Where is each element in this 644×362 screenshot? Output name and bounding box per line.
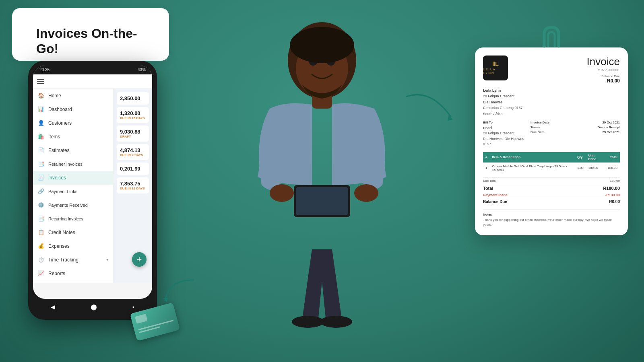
notes-text: Thank you for supporting our small busin… — [483, 218, 620, 227]
sidebar-label-reports: Reports — [48, 271, 65, 276]
sidebar-label-home: Home — [48, 93, 61, 99]
date-row-3: Due Date 29 Oct 2021 — [530, 130, 620, 134]
amount-1: 2,850.00 — [120, 95, 146, 101]
terms-label: Terms — [530, 125, 540, 129]
invoice-from: Leila Lynn 20 Griqua CrescentDie HoewesC… — [483, 88, 620, 117]
total-label: Total — [483, 186, 493, 191]
recurring-icon: 📑 — [38, 216, 44, 222]
row-total: 180.00 — [605, 162, 620, 174]
invoice-bill-section: Bill To Pearl 20 Griqua CrescentDie Hoew… — [483, 121, 620, 147]
bill-to-label: Bill To — [483, 121, 524, 124]
from-name: Leila Lynn — [483, 88, 501, 93]
home-icon: 🏠 — [38, 93, 44, 99]
invoice-header-right: Invoice # INV-000001 Balance Due R0.00 — [587, 56, 620, 84]
sidebar-label-dashboard: Dashboard — [48, 107, 72, 112]
from-address: 20 Griqua CrescentDie HoewesCenturion Ga… — [483, 94, 523, 115]
payment-made-label: Payment Made — [483, 193, 508, 197]
date-row-1: Invoice Date 29 Oct 2021 — [530, 121, 620, 124]
sidebar-item-payment-links[interactable]: 🔗 Payment Links — [33, 185, 113, 198]
balance-value: R0.00 — [609, 200, 620, 204]
terms-value: Due on Receipt — [598, 125, 620, 129]
payments-received-icon: ⚙️ — [38, 202, 44, 208]
sidebar-label-customers: Customers — [48, 120, 72, 126]
sidebar-label-invoices: Invoices — [48, 175, 66, 181]
total-value: R180.00 — [603, 186, 620, 191]
badge-4: DUE IN 2 DAYS — [120, 153, 146, 157]
content-peek: 2,850.00 1,320.00 DUE IN 15 DAYS 9,030.8… — [114, 89, 152, 283]
bill-to-address: 20 Griqua CrescentDie Hoewes, Die Hoewes… — [483, 131, 524, 146]
subtotal-label: Sub Total — [483, 179, 496, 183]
nav-home-icon[interactable]: ⬤ — [91, 304, 97, 310]
credit-notes-icon: 📋 — [38, 229, 44, 236]
invoice-card: ⅡL LEILA LYNN Invoice # INV-000001 Balan… — [475, 47, 628, 235]
nav-back-icon[interactable]: ◀ — [51, 304, 55, 310]
sidebar-item-reports[interactable]: 📈 Reports — [33, 267, 113, 280]
balance-label: Balance Due — [483, 200, 507, 204]
fab-button[interactable]: + — [132, 252, 147, 267]
sidebar-item-items[interactable]: 🛍️ Items — [33, 130, 113, 144]
subtotal-row: Sub Total 180.00 — [483, 177, 620, 184]
col-unit: Unit Price — [586, 152, 605, 162]
row-qty: 1.00 — [575, 162, 586, 174]
sidebar-item-home[interactable]: 🏠 Home — [33, 89, 113, 103]
amount-2: 1,320.00 — [120, 110, 146, 116]
badge-6: DUE IN 11 DAYS — [120, 187, 146, 190]
due-date-label: Due Date — [530, 130, 545, 134]
expenses-icon: 💰 — [38, 243, 44, 249]
invoice-dates: Invoice Date 29 Oct 2021 Terms Due on Re… — [530, 121, 620, 147]
balance-due-label: Balance Due — [587, 74, 620, 78]
customers-icon: 👤 — [38, 120, 44, 126]
col-total: Total — [605, 152, 620, 162]
amount-6: 7,853.75 — [120, 181, 146, 187]
phone-screen: 20:35 43% 🏠 Home — [33, 66, 152, 299]
time-tracking-icon: ⏱️ — [38, 257, 44, 263]
phone-outer: 20:35 43% 🏠 Home — [28, 61, 157, 320]
amount-4: 4,874.13 — [120, 147, 146, 153]
sidebar-item-credit-notes[interactable]: 📋 Credit Notes — [33, 226, 113, 239]
sidebar-label-items: Items — [48, 134, 60, 140]
amount-3: 9,030.88 — [120, 129, 146, 135]
sidebar-item-payments-received[interactable]: ⚙️ Payments Received — [33, 198, 113, 212]
svg-point-4 — [354, 184, 378, 202]
due-date-value: 29 Oct 2021 — [602, 130, 620, 134]
bill-to-name: Pearl — [483, 126, 492, 130]
content-row-4: 4,874.13 DUE IN 2 DAYS — [117, 144, 149, 160]
row-num: 1 — [483, 162, 489, 174]
phone-nav-header — [33, 74, 152, 89]
sidebar-item-dashboard[interactable]: 📊 Dashboard — [33, 103, 113, 116]
col-qty: Qty — [575, 152, 586, 162]
sidebar-item-expenses[interactable]: 💰 Expenses — [33, 239, 113, 253]
svg-rect-6 — [296, 187, 348, 215]
invoice-table: # Item & Description Qty Unit Price Tota… — [483, 152, 620, 174]
table-row-1: 1 Ornera Marble Gold Oval Plate Tray/Lar… — [483, 162, 620, 174]
chevron-icon: ▾ — [106, 257, 108, 262]
invoice-date-value: 29 Oct 2021 — [602, 121, 620, 124]
phone-section: Invoices On-the-Go! 20:35 43% — [12, 8, 173, 320]
status-time: 20:35 — [39, 68, 50, 72]
sidebar-item-invoices[interactable]: 🧾 Invoices — [33, 171, 113, 185]
content-row-1: 2,850.00 — [117, 92, 149, 105]
invoice-section: ⅡL LEILA LYNN Invoice # INV-000001 Balan… — [475, 24, 628, 235]
invoice-date-label: Invoice Date — [530, 121, 549, 124]
svg-point-7 — [292, 316, 324, 328]
notes-label: Notes — [483, 213, 620, 216]
sidebar-label-payments-received: Payments Received — [48, 203, 88, 208]
invoice-number: # INV-000001 — [587, 68, 620, 72]
sidebar-item-recurring-invoices[interactable]: 📑 Recurring Invoices — [33, 212, 113, 226]
person-section — [153, 0, 491, 362]
sidebar-label-credit-notes: Credit Notes — [48, 230, 75, 235]
hamburger-icon[interactable] — [37, 79, 44, 84]
svg-point-8 — [320, 316, 352, 328]
amount-5: 0,201.99 — [120, 166, 146, 172]
sidebar-item-estimates[interactable]: 📄 Estimates — [33, 144, 113, 157]
sidebar-item-settings[interactable]: ⚙️ Settings — [33, 280, 113, 283]
payment-made-row: Payment Made -R180.00 — [483, 192, 620, 198]
sidebar-item-retainer-invoices[interactable]: 📑 Retainer Invoices — [33, 157, 113, 171]
nav-square-icon[interactable]: ▪ — [132, 304, 134, 310]
date-row-2: Terms Due on Receipt — [530, 125, 620, 129]
content-row-5: 0,201.99 — [117, 162, 149, 175]
content-row-3: 9,030.88 DRAFT — [117, 125, 149, 142]
row-unit: 180.00 — [586, 162, 605, 174]
sidebar-item-time-tracking[interactable]: ⏱️ Time Tracking ▾ — [33, 253, 113, 267]
sidebar-item-customers[interactable]: 👤 Customers — [33, 116, 113, 130]
